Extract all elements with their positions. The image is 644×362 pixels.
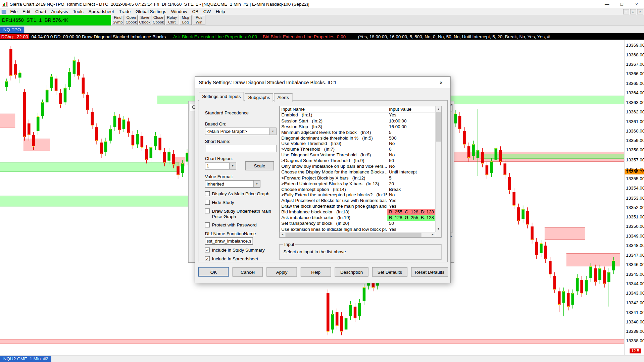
input-row-diagonal-dominant-side-threshold-in[interactable]: Diagonal dominant side threshold in % (I… <box>280 135 435 141</box>
mdi-minimize-icon[interactable]: – <box>623 9 629 14</box>
input-row-extend-unintercepted-blocks-by-x-bars[interactable]: >Extend Unintercepted Blocks by X bars (… <box>280 181 435 187</box>
checkbox-include-in-spreadsheet[interactable]: ✓Include in Spreadsheet <box>205 256 277 261</box>
menu-trade[interactable]: Trade <box>116 9 133 14</box>
input-name-column-header[interactable]: Input Name <box>280 106 387 112</box>
help-button[interactable]: Help <box>301 267 331 276</box>
short-name-input[interactable] <box>205 145 277 152</box>
chartbook-tab-nq-tpo[interactable]: NQ-TPO <box>0 27 24 33</box>
input-row-draw-the-block-underneath-the-main-price-graph-and[interactable]: Draw the block underneath the main price… <box>280 204 435 209</box>
unchecked-checkbox-icon[interactable] <box>205 191 210 196</box>
minimize-icon[interactable]: — <box>600 0 614 8</box>
input-row-only-show-buy-imbalance-on-up-bars-and-vice-vers[interactable]: Only show buy imbalance on up bars and v… <box>280 164 435 169</box>
chevron-down-icon[interactable]: ▼ <box>253 180 260 187</box>
chart-region-dropdown[interactable]: 1 ▼ <box>205 162 236 169</box>
input-row-volume-threshold[interactable]: >Volume Threshold (In:7)0 <box>280 147 435 152</box>
input-row-bid-imbalance-block-color[interactable]: Bid imbalance block color (In:18)R: 255,… <box>280 209 435 215</box>
menu-chart[interactable]: Chart <box>33 9 49 14</box>
input-group-box: Input Select an input in the list above <box>279 244 441 260</box>
chart-region-label: Chart Region: <box>205 156 277 161</box>
checkbox-display-as-main-price-graph[interactable]: Display As Main Price Graph <box>205 191 277 197</box>
dialog-close-icon[interactable]: × <box>432 77 450 88</box>
toolbar-button-close-cbook[interactable]: CloseCbook <box>152 15 165 25</box>
horizontal-scroll-thumb[interactable] <box>286 233 422 237</box>
scroll-left-icon[interactable]: ◄ <box>280 232 285 237</box>
scale-button[interactable]: Scale <box>245 161 274 170</box>
inputs-list[interactable]: Input Name Input Value Enabled (In:1)Yes… <box>279 106 441 238</box>
menu-global-settings[interactable]: Global Settings <box>133 9 169 14</box>
price-axis[interactable]: 13355.75 12.5 13369.0013368.0013367.0013… <box>624 40 644 356</box>
close-icon[interactable]: × <box>629 0 644 8</box>
chevron-down-icon[interactable]: ▼ <box>229 162 236 169</box>
toolbar-button-save-cbook[interactable]: SaveCbook <box>138 15 151 25</box>
unchecked-checkbox-icon[interactable] <box>205 222 210 227</box>
menu-edit[interactable]: Edit <box>20 9 33 14</box>
dialog-tab-subgraphs[interactable]: Subgraphs <box>245 93 274 102</box>
dialog-tab-alerts[interactable]: Alerts <box>274 93 292 102</box>
input-value-cell: Until Intercept <box>387 169 435 175</box>
dialog-tab-settings-and-inputs[interactable]: Settings and Inputs <box>199 92 244 101</box>
input-value-cell: 5 <box>387 130 435 135</box>
unchecked-checkbox-icon[interactable] <box>205 208 210 213</box>
chart-window-tab[interactable]: NQU2.CME 1 Min #2 <box>0 356 51 362</box>
cancel-button[interactable]: Cancel <box>233 267 263 276</box>
input-row-ask-imbalance-block-color[interactable]: Ask imbalance block color (In:19)R: 128,… <box>280 215 435 221</box>
input-row-set-transparency-of-block[interactable]: Set transparency of block (In:20)50 <box>280 221 435 226</box>
checkbox-hide-study[interactable]: Hide Study <box>205 200 277 205</box>
menu-tools[interactable]: Tools <box>70 9 86 14</box>
menu-window[interactable]: Window <box>169 9 190 14</box>
based-on-dropdown[interactable]: <Main Price Graph> ▼ <box>205 127 277 135</box>
ok-button[interactable]: OK <box>198 267 229 276</box>
input-value-column-header[interactable]: Input Value <box>387 106 435 112</box>
menu-cw[interactable]: CW <box>201 9 213 14</box>
checkbox-protect-with-password[interactable]: Protect with Password <box>205 222 277 228</box>
input-row-use-extension-lines-to-indicate-high-and-low-block-pr[interactable]: Use extension lines to indicate high and… <box>280 226 435 232</box>
menu-help[interactable]: Help <box>213 9 228 14</box>
input-row-choose-intercept-option[interactable]: Choose intercept option (In:14)Break <box>280 187 435 192</box>
input-row-minimum-adjecent-levels-for-the-block[interactable]: Minimum adjecent levels for the block (I… <box>280 130 435 135</box>
chart-region-value: 1 <box>205 162 229 169</box>
toolbar-button-open-cbook[interactable]: OpenCbook <box>125 15 138 25</box>
reset-defaults-button[interactable]: Reset Defaults <box>411 267 448 276</box>
apply-button[interactable]: Apply <box>266 267 297 276</box>
unchecked-checkbox-icon[interactable] <box>205 200 210 205</box>
daily-change-badge: DChg: -22.00 <box>0 34 29 39</box>
input-row-choose-the-display-mode-for-the-imbalance-blocks[interactable]: Choose the Display Mode for the Imbalanc… <box>280 169 435 175</box>
toolbar-button-msg-log[interactable]: MsgLog <box>179 15 192 25</box>
mdi-child-icon[interactable] <box>2 10 6 13</box>
input-row-fully-extend-the-unintercepted-price-blocks[interactable]: >Fully Extend the unintercepted price bl… <box>280 192 435 198</box>
input-row-session-stop[interactable]: Session Stop (In:3)16:00:00 <box>280 124 435 130</box>
input-row-enabled[interactable]: Enabled (In:1)Yes <box>280 112 435 118</box>
inputs-vertical-scrollbar[interactable]: ▲ ▼ <box>435 106 441 232</box>
scroll-right-icon[interactable]: ► <box>430 232 435 237</box>
checked-checkbox-icon[interactable]: ✓ <box>205 248 210 253</box>
input-row-use-diagonal-sum-volume-threshold[interactable]: Use Diagonal Sum Volume Threshold (In:8)… <box>280 152 435 158</box>
set-defaults-button[interactable]: Set Defaults <box>372 267 407 276</box>
vertical-scroll-thumb[interactable] <box>436 112 441 142</box>
value-format-dropdown[interactable]: Inherited ▼ <box>205 180 260 188</box>
scroll-down-icon[interactable]: ▼ <box>436 226 441 232</box>
menu-spreadsheet[interactable]: Spreadsheet <box>86 9 116 14</box>
toolbar-button-pos-win[interactable]: PosWin <box>193 15 205 25</box>
maximize-icon[interactable]: □ <box>614 0 629 8</box>
checked-checkbox-icon[interactable]: ✓ <box>205 256 210 261</box>
input-row-forward-project-block-by-x-bars[interactable]: >Forward Project Block by X bars (In:12)… <box>280 175 435 181</box>
inputs-horizontal-scrollbar[interactable]: ◄ ► <box>280 232 435 237</box>
menu-analysis[interactable]: Analysis <box>49 9 70 14</box>
menu-file[interactable]: File <box>8 9 20 14</box>
dll-function-name-input[interactable] <box>205 237 253 245</box>
mdi-restore-icon[interactable]: □ <box>630 9 636 14</box>
checkbox-draw-study-underneath-main-price-graph[interactable]: Draw Study Underneath Main Price Graph <box>205 208 277 219</box>
input-row-use-volume-threshold[interactable]: Use Volume Threshold (In:6)No <box>280 141 435 147</box>
chevron-down-icon[interactable]: ▼ <box>269 128 276 135</box>
menu-cb[interactable]: CB <box>190 9 201 14</box>
mdi-close-icon[interactable]: × <box>637 9 643 14</box>
input-row-adjust-pricelevel-of-blocks-for-use-with-numbers-bar[interactable]: Adjust Pricelevel of Blocks for use with… <box>280 198 435 204</box>
input-row-diagonal-sum-volume-threshold[interactable]: >Diagonal Sum Volume Threshold (In:9)50 <box>280 158 435 164</box>
checkbox-include-in-study-summary[interactable]: ✓Include in Study Summary <box>205 248 277 253</box>
price-label: 13343.00 <box>626 291 644 296</box>
toolbar-button-rplay-chrt[interactable]: RplayChrt <box>165 15 178 25</box>
toolbar-button-find-symb[interactable]: FindSymb <box>111 15 124 25</box>
description-button[interactable]: Description <box>335 267 368 276</box>
scroll-up-icon[interactable]: ▲ <box>436 106 441 112</box>
input-row-session-start[interactable]: Session Start (In:2)18:00:00 <box>280 118 435 124</box>
